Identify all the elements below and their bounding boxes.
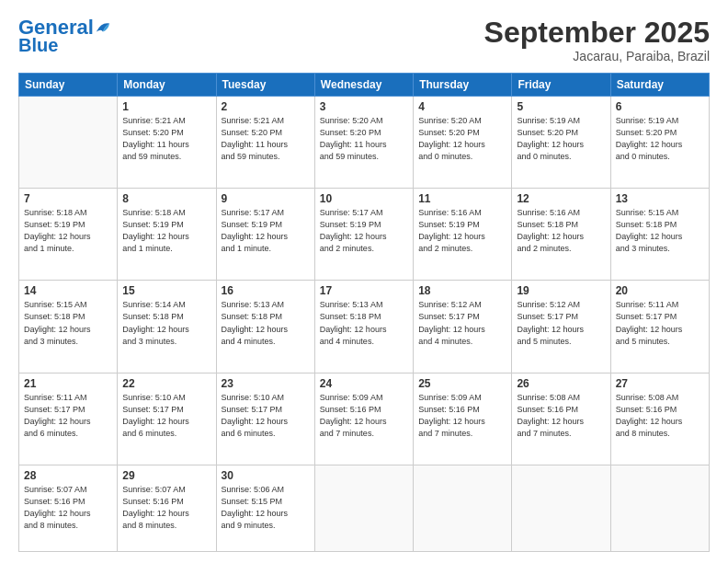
calendar-cell: 14Sunrise: 5:15 AM Sunset: 5:18 PM Dayli…: [19, 281, 118, 373]
day-info: Sunrise: 5:18 AM Sunset: 5:19 PM Dayligh…: [122, 207, 210, 255]
day-info: Sunrise: 5:19 AM Sunset: 5:20 PM Dayligh…: [616, 115, 704, 163]
day-info: Sunrise: 5:12 AM Sunset: 5:17 PM Dayligh…: [418, 299, 506, 347]
calendar-cell: 30Sunrise: 5:06 AM Sunset: 5:15 PM Dayli…: [216, 465, 314, 551]
calendar-cell: [610, 465, 709, 551]
header: General Blue September 2025 Jacarau, Par…: [18, 17, 710, 63]
calendar-table: SundayMondayTuesdayWednesdayThursdayFrid…: [18, 73, 710, 552]
day-number: 29: [122, 469, 210, 482]
day-info: Sunrise: 5:17 AM Sunset: 5:19 PM Dayligh…: [222, 207, 310, 255]
day-number: 18: [418, 284, 506, 297]
day-number: 4: [418, 100, 506, 113]
day-number: 28: [24, 469, 112, 482]
day-info: Sunrise: 5:16 AM Sunset: 5:19 PM Dayligh…: [418, 207, 506, 255]
day-info: Sunrise: 5:21 AM Sunset: 5:20 PM Dayligh…: [122, 115, 210, 163]
day-number: 16: [222, 284, 310, 297]
day-number: 19: [517, 284, 605, 297]
calendar-cell: [512, 465, 610, 551]
day-info: Sunrise: 5:20 AM Sunset: 5:20 PM Dayligh…: [418, 115, 506, 163]
day-info: Sunrise: 5:08 AM Sunset: 5:16 PM Dayligh…: [616, 392, 704, 440]
calendar-cell: 8Sunrise: 5:18 AM Sunset: 5:19 PM Daylig…: [118, 189, 216, 281]
day-info: Sunrise: 5:11 AM Sunset: 5:17 PM Dayligh…: [24, 392, 112, 440]
calendar-cell: 6Sunrise: 5:19 AM Sunset: 5:20 PM Daylig…: [610, 97, 709, 189]
day-info: Sunrise: 5:19 AM Sunset: 5:20 PM Dayligh…: [517, 115, 605, 163]
calendar-cell: 20Sunrise: 5:11 AM Sunset: 5:17 PM Dayli…: [610, 281, 709, 373]
day-info: Sunrise: 5:09 AM Sunset: 5:16 PM Dayligh…: [320, 392, 408, 440]
weekday-header-friday: Friday: [512, 74, 610, 97]
calendar-week-5: 28Sunrise: 5:07 AM Sunset: 5:16 PM Dayli…: [19, 465, 710, 551]
day-info: Sunrise: 5:15 AM Sunset: 5:18 PM Dayligh…: [24, 299, 112, 347]
day-number: 26: [517, 377, 605, 390]
day-number: 20: [616, 284, 704, 297]
calendar-cell: 1Sunrise: 5:21 AM Sunset: 5:20 PM Daylig…: [118, 97, 216, 189]
calendar-cell: 26Sunrise: 5:08 AM Sunset: 5:16 PM Dayli…: [512, 373, 610, 465]
day-number: 1: [122, 100, 210, 113]
day-number: 8: [122, 192, 210, 205]
day-number: 23: [222, 377, 310, 390]
calendar-cell: 7Sunrise: 5:18 AM Sunset: 5:19 PM Daylig…: [19, 189, 118, 281]
calendar-body: 1Sunrise: 5:21 AM Sunset: 5:20 PM Daylig…: [19, 97, 710, 552]
weekday-header-sunday: Sunday: [19, 74, 118, 97]
calendar-cell: 19Sunrise: 5:12 AM Sunset: 5:17 PM Dayli…: [512, 281, 610, 373]
day-info: Sunrise: 5:14 AM Sunset: 5:18 PM Dayligh…: [122, 299, 210, 347]
calendar-cell: 5Sunrise: 5:19 AM Sunset: 5:20 PM Daylig…: [512, 97, 610, 189]
day-info: Sunrise: 5:17 AM Sunset: 5:19 PM Dayligh…: [320, 207, 408, 255]
weekday-header-saturday: Saturday: [610, 74, 709, 97]
day-number: 10: [320, 192, 408, 205]
calendar-cell: 22Sunrise: 5:10 AM Sunset: 5:17 PM Dayli…: [118, 373, 216, 465]
calendar-cell: [414, 465, 512, 551]
calendar-cell: 10Sunrise: 5:17 AM Sunset: 5:19 PM Dayli…: [314, 189, 413, 281]
calendar-cell: 25Sunrise: 5:09 AM Sunset: 5:16 PM Dayli…: [414, 373, 512, 465]
weekday-header-tuesday: Tuesday: [216, 74, 314, 97]
calendar-cell: 18Sunrise: 5:12 AM Sunset: 5:17 PM Dayli…: [414, 281, 512, 373]
day-info: Sunrise: 5:10 AM Sunset: 5:17 PM Dayligh…: [122, 392, 210, 440]
day-number: 11: [418, 192, 506, 205]
calendar-week-3: 14Sunrise: 5:15 AM Sunset: 5:18 PM Dayli…: [19, 281, 710, 373]
calendar-cell: 24Sunrise: 5:09 AM Sunset: 5:16 PM Dayli…: [314, 373, 413, 465]
logo: General Blue: [18, 17, 111, 55]
day-number: 7: [24, 192, 112, 205]
calendar-week-2: 7Sunrise: 5:18 AM Sunset: 5:19 PM Daylig…: [19, 189, 710, 281]
day-number: 5: [517, 100, 605, 113]
day-info: Sunrise: 5:12 AM Sunset: 5:17 PM Dayligh…: [517, 299, 605, 347]
calendar-cell: 3Sunrise: 5:20 AM Sunset: 5:20 PM Daylig…: [314, 97, 413, 189]
day-number: 22: [122, 377, 210, 390]
calendar-cell: 12Sunrise: 5:16 AM Sunset: 5:18 PM Dayli…: [512, 189, 610, 281]
day-info: Sunrise: 5:18 AM Sunset: 5:19 PM Dayligh…: [24, 207, 112, 255]
calendar-cell: 29Sunrise: 5:07 AM Sunset: 5:16 PM Dayli…: [118, 465, 216, 551]
month-title: September 2025: [484, 17, 710, 49]
page: General Blue September 2025 Jacarau, Par…: [0, 0, 728, 563]
day-info: Sunrise: 5:10 AM Sunset: 5:17 PM Dayligh…: [222, 392, 310, 440]
calendar-cell: [19, 97, 118, 189]
day-info: Sunrise: 5:20 AM Sunset: 5:20 PM Dayligh…: [320, 115, 408, 163]
calendar-cell: 11Sunrise: 5:16 AM Sunset: 5:19 PM Dayli…: [414, 189, 512, 281]
calendar-cell: 28Sunrise: 5:07 AM Sunset: 5:16 PM Dayli…: [19, 465, 118, 551]
day-number: 13: [616, 192, 704, 205]
calendar-cell: 9Sunrise: 5:17 AM Sunset: 5:19 PM Daylig…: [216, 189, 314, 281]
day-info: Sunrise: 5:07 AM Sunset: 5:16 PM Dayligh…: [24, 484, 112, 532]
calendar-cell: 17Sunrise: 5:13 AM Sunset: 5:18 PM Dayli…: [314, 281, 413, 373]
day-info: Sunrise: 5:15 AM Sunset: 5:18 PM Dayligh…: [616, 207, 704, 255]
weekday-header-monday: Monday: [118, 74, 216, 97]
location-subtitle: Jacarau, Paraiba, Brazil: [484, 49, 710, 63]
day-info: Sunrise: 5:11 AM Sunset: 5:17 PM Dayligh…: [616, 299, 704, 347]
day-info: Sunrise: 5:06 AM Sunset: 5:15 PM Dayligh…: [222, 484, 310, 532]
calendar-cell: 15Sunrise: 5:14 AM Sunset: 5:18 PM Dayli…: [118, 281, 216, 373]
day-number: 21: [24, 377, 112, 390]
day-info: Sunrise: 5:08 AM Sunset: 5:16 PM Dayligh…: [517, 392, 605, 440]
day-number: 9: [222, 192, 310, 205]
calendar-cell: 2Sunrise: 5:21 AM Sunset: 5:20 PM Daylig…: [216, 97, 314, 189]
calendar-cell: [314, 465, 413, 551]
calendar-cell: 13Sunrise: 5:15 AM Sunset: 5:18 PM Dayli…: [610, 189, 709, 281]
calendar-cell: 4Sunrise: 5:20 AM Sunset: 5:20 PM Daylig…: [414, 97, 512, 189]
day-info: Sunrise: 5:13 AM Sunset: 5:18 PM Dayligh…: [222, 299, 310, 347]
day-number: 3: [320, 100, 408, 113]
calendar-cell: 27Sunrise: 5:08 AM Sunset: 5:16 PM Dayli…: [610, 373, 709, 465]
day-number: 2: [222, 100, 310, 113]
calendar-cell: 23Sunrise: 5:10 AM Sunset: 5:17 PM Dayli…: [216, 373, 314, 465]
calendar-week-4: 21Sunrise: 5:11 AM Sunset: 5:17 PM Dayli…: [19, 373, 710, 465]
day-number: 14: [24, 284, 112, 297]
calendar-cell: 16Sunrise: 5:13 AM Sunset: 5:18 PM Dayli…: [216, 281, 314, 373]
day-info: Sunrise: 5:21 AM Sunset: 5:20 PM Dayligh…: [222, 115, 310, 163]
day-number: 25: [418, 377, 506, 390]
title-section: September 2025 Jacarau, Paraiba, Brazil: [484, 17, 710, 63]
